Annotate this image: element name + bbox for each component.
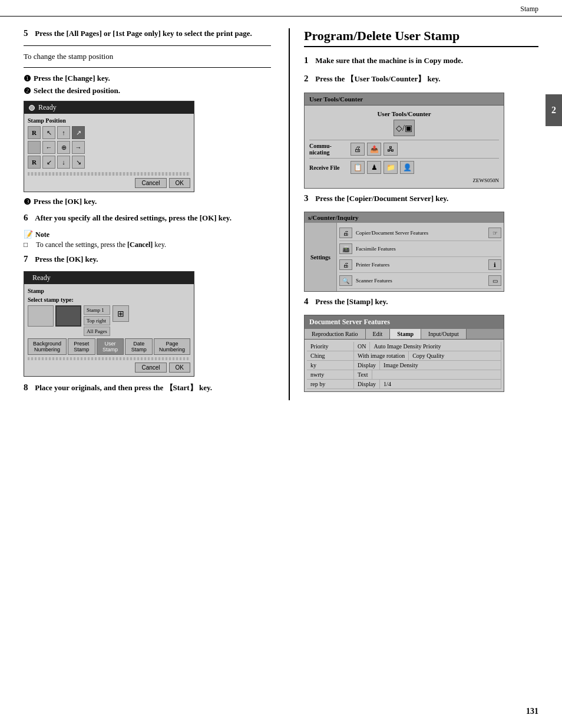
comm-icon-2: 📤 — [367, 143, 381, 156]
step-7-number: 7 — [24, 254, 33, 264]
dsf-cell-2-2: With image rotation — [354, 351, 409, 360]
dsf-cell-2-3: Copy Quality — [409, 351, 501, 360]
recv-icon-3: 📁 — [384, 161, 398, 174]
communicating-label: Commu-nicating — [309, 143, 351, 156]
step-7-text: Press the [OK] key. — [35, 255, 98, 263]
grid-row-3: R ↙ ↓ ↘ — [28, 156, 85, 169]
right-step-2: 2 Press the 【User Tools/Counter】 key. — [304, 74, 538, 84]
dsf-tab-reproduction[interactable]: Reproduction Ratio — [305, 329, 366, 339]
arrow-e[interactable]: → — [72, 141, 85, 154]
btn-background-numbering[interactable]: Background Numbering — [28, 338, 67, 355]
main-content: 5 Press the [All Pages] or [1st Page onl… — [0, 17, 562, 412]
dsf-tabs: Reproduction Ratio Edit Stamp Input/Outp… — [305, 329, 504, 340]
inq-icon-1: 🖨 — [339, 228, 352, 238]
step-8-block: 8 Place your originals, and then press t… — [24, 383, 271, 393]
dsf-cell-5-3: 1/4 — [380, 380, 501, 388]
step-5-number: 5 — [24, 28, 33, 38]
inquiry-item-3[interactable]: 🖨 Printer Features ℹ — [339, 257, 501, 273]
user-tools-header: User Tools/Counter — [305, 93, 504, 106]
dsf-cell-3-2: Display — [354, 361, 380, 370]
arrow-nw[interactable]: ↖ — [42, 126, 55, 139]
right-step-4: 4 Press the [Stamp] key. — [304, 297, 538, 307]
dsf-row-5: rep by Display 1/4 — [307, 380, 501, 389]
btn-date-stamp[interactable]: Date Stamp — [125, 338, 153, 355]
arrow-center[interactable]: ⊕ — [57, 141, 70, 154]
header-title: Stamp — [520, 5, 538, 14]
page-number: 131 — [526, 707, 538, 716]
user-tools-counter: User Tools/Counter ◇/▣ Commu-nicating 🖨 … — [309, 110, 499, 176]
stamp-thumb-selected[interactable] — [55, 305, 81, 327]
arrow-s[interactable]: ↓ — [57, 156, 70, 169]
page-header: Stamp — [0, 0, 562, 17]
stamp-position-screen: Ready Stamp Position R ↖ ↑ ↗ — [24, 101, 194, 192]
btn-user-stamp[interactable]: User Stamp — [97, 338, 124, 355]
sub-step-1: ❶ Press the [Change] key. — [24, 74, 271, 84]
stamp-screen-separator — [28, 357, 190, 360]
recv-icon-2: ♟ — [367, 161, 381, 174]
sub-step-2: ❷ Select the desired position. — [24, 86, 271, 96]
screen-buttons-2: Cancel OK — [28, 363, 190, 373]
inquiry-item-2[interactable]: 📠 Facsimile Features — [339, 241, 501, 257]
btn-page-numbering[interactable]: Page Numbering — [154, 338, 190, 355]
dsf-cell-4-2: Text — [354, 370, 372, 379]
cancel-btn-1[interactable]: Cancel — [135, 178, 166, 188]
inq-text-4: Scanner Features — [356, 278, 485, 284]
sub-step-1-num: ❶ — [24, 74, 31, 84]
stamp-info-3: All Pages — [84, 327, 110, 336]
arrow-n[interactable]: ↑ — [57, 126, 70, 139]
dsf-tab-edit[interactable]: Edit — [366, 329, 391, 339]
dsf-row-4: nwrty Text — [307, 370, 501, 380]
spacer-1 — [28, 141, 41, 154]
section-title: Program/Delete User Stamp — [304, 28, 538, 47]
note-title: Note — [35, 230, 49, 239]
arrow-sw[interactable]: ↙ — [42, 156, 55, 169]
screen-separator — [28, 172, 190, 176]
arrow-ne-selected[interactable]: ↗ — [72, 126, 85, 139]
utc-row-receive-file: Receive File 📋 ♟ 📁 👤 — [309, 158, 499, 176]
inquiry-item-4[interactable]: 🔍 Scanner Features ▭ — [339, 273, 501, 289]
stamp-position-heading: To change the stamp position — [24, 52, 271, 61]
inq-right-icon-3: ℹ — [488, 259, 501, 270]
inquiry-sidebar: Settings — [305, 223, 337, 291]
stamp-info-1: Stamp 1 — [84, 305, 110, 315]
inq-text-1: Copier/Document Server Features — [356, 230, 485, 236]
stamp-options-row: Stamp 1 Top right All Pages ⊞ — [28, 305, 190, 336]
r-label-1: R — [28, 126, 41, 139]
right-step-2-num: 2 — [304, 74, 313, 84]
stamp-thumb-1[interactable] — [28, 305, 54, 327]
dsf-cell-4-3 — [372, 370, 501, 379]
screen-title-1: Ready — [38, 103, 57, 112]
zew-code: ZEWS050N — [309, 177, 499, 183]
cancel-btn-2[interactable]: Cancel — [135, 363, 166, 373]
communicating-icons: 🖨 📤 🖧 — [351, 143, 398, 156]
inquiry-item-1[interactable]: 🖨 Copier/Document Server Features ☞ — [339, 225, 501, 241]
dsf-cell-1-2: ON — [354, 342, 370, 351]
right-step-4-text: Press the [Stamp] key. — [315, 297, 388, 306]
note-block: 📝 Note □ To cancel the settings, press t… — [24, 230, 271, 249]
stamp-label: Stamp — [28, 288, 190, 294]
dsf-panel: Document Server Features Reproduction Ra… — [304, 315, 504, 392]
screen-buttons-1: Cancel OK — [28, 178, 190, 188]
arrow-se[interactable]: ↘ — [72, 156, 85, 169]
dsf-cell-5-1: rep by — [307, 380, 354, 388]
dsf-tab-inputoutput[interactable]: Input/Output — [421, 329, 467, 339]
btn-preset-stamp[interactable]: Preset Stamp — [68, 338, 95, 355]
dsf-tab-stamp[interactable]: Stamp — [390, 329, 421, 339]
ok-btn-1[interactable]: OK — [169, 178, 190, 188]
ok-btn-2[interactable]: OK — [169, 363, 190, 373]
stamp-thumbs — [28, 305, 81, 327]
inquiry-items: 🖨 Copier/Document Server Features ☞ 📠 Fa… — [337, 223, 504, 291]
step-8-number: 8 — [24, 383, 33, 393]
inq-icon-2: 📠 — [339, 243, 352, 254]
right-step-3: 3 Press the [Copier/Document Server] key… — [304, 193, 538, 203]
recv-icon-1: 📋 — [351, 161, 365, 174]
inq-right-icon-4: ▭ — [488, 275, 501, 286]
dsf-row-2: Ching With image rotation Copy Quality — [307, 351, 501, 361]
screen-title-bar-1: Ready — [24, 101, 194, 114]
stamp-select-label: Select stamp type: — [28, 297, 190, 303]
inq-right-icon-1: ☞ — [488, 228, 501, 238]
inq-text-2: Facsimile Features — [356, 246, 501, 252]
note-icon: 📝 — [24, 230, 33, 239]
dsf-cell-2-1: Ching — [307, 351, 354, 360]
arrow-w[interactable]: ← — [42, 141, 55, 154]
